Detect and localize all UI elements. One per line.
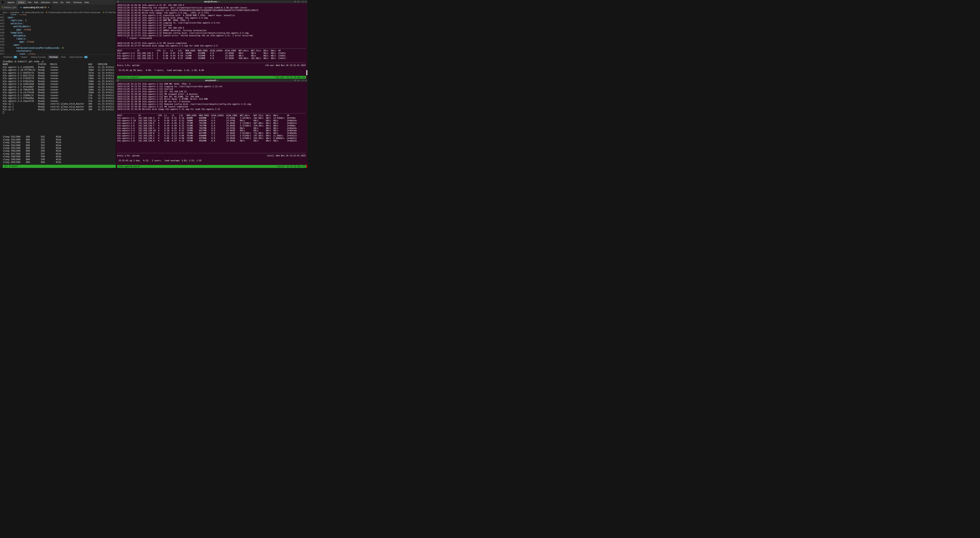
tmux-session-label: [k3s-agent0:watch* xyxy=(118,165,141,168)
watch-host-timestamp: mini2: Wed Nov 26 15:31:41 2025 xyxy=(267,154,306,157)
vscode-terminal[interactable]: alex@bq:~$ kubectl get node -w NAME STAT… xyxy=(0,59,116,168)
code-line: 453 - name: sleep xyxy=(0,52,116,54)
maximize-button[interactable]: □ xyxy=(302,1,304,3)
panel-tab-label: Debug Console xyxy=(31,56,46,58)
minimize-button[interactable]: − xyxy=(300,1,301,3)
breadcrumb-item[interactable]: examples xyxy=(10,11,19,14)
terminal-body-mini2[interactable]: 2025/11/26 15:21:53 [k3s-agents-1-11] RA… xyxy=(116,82,307,168)
titlebar-mini2[interactable]: >_ alex@mini2: ~ ≡ − □ × xyxy=(116,79,307,82)
terminal-app-icon: >_ xyxy=(117,1,119,3)
panel-tab-terminal[interactable]: Terminal xyxy=(48,56,59,59)
tab-autoscaling-k3s.md[interactable]: M↓autoscaling-k3s.mdM× xyxy=(18,5,51,10)
window-title: alex@mini2: ~ xyxy=(205,79,218,81)
scrollbar-thumb[interactable] xyxy=(306,70,307,75)
code-line: 449 app: sleep xyxy=(0,40,116,43)
terminal-app-icon: >_ xyxy=(117,79,119,81)
sleep-watch-output: sleep 592/600 599 592 4h2m sleep 592/600… xyxy=(3,135,116,163)
panel-tab-output[interactable]: Output xyxy=(19,56,29,59)
titlebar-r16-neo[interactable]: >_ alex@r16-neo: ~ ≡ − □ × xyxy=(116,0,307,3)
tab-label: autoscaling-k3s.md xyxy=(23,6,43,9)
tmux-host-clock: "mini2" 15:31 26-Nov-25 xyxy=(277,165,305,168)
panel-tab-label: Terminal xyxy=(49,56,57,58)
search-icon[interactable] xyxy=(294,1,296,3)
panel-tabbar: Problems76OutputDebug ConsoleTerminalPor… xyxy=(0,54,116,59)
tmux-statusbar-left[interactable]: [0] 0:bash* xyxy=(3,165,116,168)
panel-tab-label: Spell Checker xyxy=(70,56,83,58)
menu-run[interactable]: Run xyxy=(65,1,72,3)
kubectl-output: alex@bq:~$ kubectl get node -w NAME STAT… xyxy=(3,60,116,111)
menu-selection[interactable]: Selection xyxy=(40,1,51,3)
menu-view[interactable]: View xyxy=(51,1,59,3)
tmux-host-clock: "r16-neo" 15:31 26-Nov-25 xyxy=(274,76,305,79)
minimize-button[interactable]: − xyxy=(300,79,301,81)
panel-tab-label: Problems xyxy=(3,56,12,58)
tmux-pane-divider xyxy=(117,153,306,153)
close-button[interactable]: × xyxy=(305,1,306,3)
breadcrumb-separator: › xyxy=(20,11,21,14)
menu-go[interactable]: Go xyxy=(59,1,65,3)
breadcrumb-item[interactable]: docs xyxy=(3,11,7,14)
code-line: 447 metadata: xyxy=(0,34,116,37)
vscode-window: AgentsEditor FileEditSelectionViewGoRunT… xyxy=(0,0,116,168)
panel-tab-ports[interactable]: Ports xyxy=(60,56,67,59)
terminal-body-r16-neo[interactable]: 2025/11/26 15:03:36 [k3s-agents-2-3] IP:… xyxy=(116,3,307,79)
menu-terminal[interactable]: Terminal xyxy=(72,1,83,3)
panel-tab-debug-console[interactable]: Debug Console xyxy=(30,56,47,59)
app-tab-editor[interactable]: Editor xyxy=(17,1,26,4)
uptime-output: 15:31:41 up 1 day, 6:12, 2 users, load a… xyxy=(117,159,306,162)
close-button[interactable]: × xyxy=(305,79,306,81)
editor-lines: 440 name: sleep441spec:442 replicas: 144… xyxy=(0,14,116,54)
terminal-window-mini2[interactable]: >_ alex@mini2: ~ ≡ − □ × 2025/11/26 15:2… xyxy=(116,79,307,168)
code-line: 448 labels: xyxy=(0,37,116,40)
markdown-icon: M↓ xyxy=(20,6,22,8)
app-tab-agents[interactable]: Agents xyxy=(6,1,16,4)
breadcrumb-item[interactable]: ## Test the C xyxy=(105,11,116,14)
tabbar: !mkdocs.ymlM↓autoscaling-k3s.mdM× xyxy=(0,5,116,10)
vm-stats-table: HOST IP CPU L1 L5 L15 MEM_USED MEM_FREE … xyxy=(117,49,306,60)
menu-edit[interactable]: Edit xyxy=(33,1,40,3)
tmux-session-label: [slicer] 0:watch* xyxy=(118,76,139,79)
code-line: 451 terminationGracePeriodSeconds: 0 xyxy=(0,46,116,49)
badge-count: 76 xyxy=(13,56,17,59)
tmux-pane-divider xyxy=(117,48,306,49)
search-icon[interactable] xyxy=(294,79,296,81)
right-terminals: >_ alex@r16-neo: ~ ≡ − □ × 2025/11/26 15… xyxy=(116,0,307,168)
breadcrumb[interactable]: docs›examples›M↓autoscaling-k3s.md›## Au… xyxy=(0,10,116,14)
menu-icon[interactable]: ≡ xyxy=(298,79,299,81)
panel-tab-spell-checker[interactable]: Spell Checker76 xyxy=(68,56,89,59)
code-line: 445 app: sleep xyxy=(0,28,116,31)
terminal-window-r16-neo[interactable]: >_ alex@r16-neo: ~ ≡ − □ × 2025/11/26 15… xyxy=(116,0,307,79)
breadcrumb-item[interactable]: # Autoscaling Kubernetes (k3s) with Clus… xyxy=(48,11,100,14)
close-icon[interactable]: × xyxy=(48,6,49,9)
slicer-logs: 2025/11/26 15:21:53 [k3s-agents-1-11] RA… xyxy=(117,83,306,111)
markdown-icon: M↓ xyxy=(22,11,24,13)
menu-icon[interactable]: ≡ xyxy=(298,1,299,3)
scrollbar-thumb[interactable] xyxy=(306,165,307,168)
slicer-logs: 2025/11/26 15:03:36 [k3s-agents-2-3] IP:… xyxy=(117,4,306,47)
window-title: alex@r16-neo: ~ xyxy=(204,1,219,3)
watch-command: Every 2.0s: uptime xyxy=(117,154,140,157)
watch-command: Every 2.0s: uptime xyxy=(117,64,140,67)
tmux-statusbar-mini2[interactable]: [k3s-agent0:watch* "mini2" 15:31 26-Nov-… xyxy=(117,165,306,168)
symbol-heading-icon: # xyxy=(46,11,47,14)
code-line: 450 spec: xyxy=(0,43,116,46)
symbol-heading-icon: # xyxy=(103,11,105,14)
breadcrumb-item[interactable]: autoscaling-k3s.md xyxy=(25,11,43,14)
app-tabs: AgentsEditor xyxy=(6,1,27,4)
code-line: 442 replicas: 1 xyxy=(0,19,116,22)
watch-host-timestamp: r16-neo: Wed Nov 26 15:31:41 2025 xyxy=(265,64,306,67)
panel-tab-problems[interactable]: Problems76 xyxy=(2,56,19,59)
menu-file[interactable]: File xyxy=(27,1,33,3)
warning-icon: ! xyxy=(2,6,3,9)
tmux-statusbar-r16-neo[interactable]: [slicer] 0:watch* "r16-neo" 15:31 26-Nov… xyxy=(117,76,306,79)
code-line: 440 name: sleep xyxy=(0,14,116,16)
panel-tab-label: Output xyxy=(21,56,27,58)
breadcrumb-separator: › xyxy=(102,11,102,14)
editor[interactable]: 440 name: sleep441spec:442 replicas: 144… xyxy=(0,14,116,54)
tab-mkdocs.yml[interactable]: !mkdocs.yml xyxy=(0,5,18,10)
panel-tab-label: Ports xyxy=(61,56,66,58)
app-logo-icon xyxy=(1,1,4,4)
code-line: 452 containers: xyxy=(0,49,116,52)
menu-help[interactable]: Help xyxy=(83,1,91,3)
maximize-button[interactable]: □ xyxy=(302,79,304,81)
